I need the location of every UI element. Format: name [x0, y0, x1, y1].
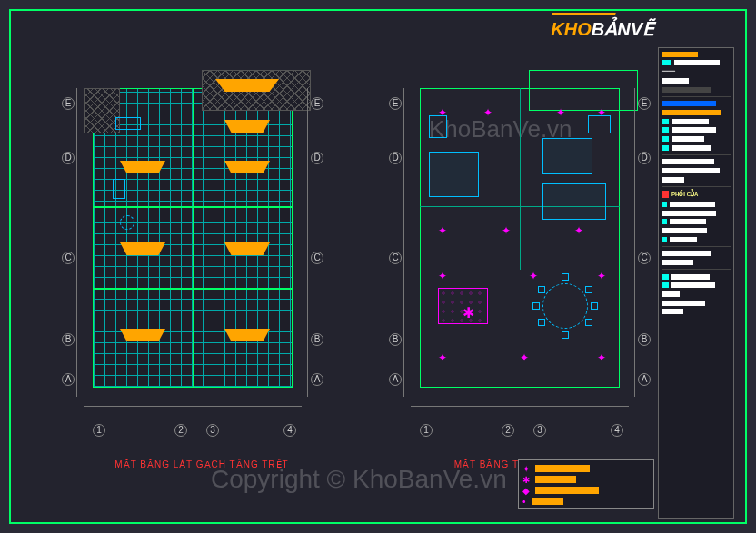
legend-box: ✦ ✱ ◆ • — [518, 459, 654, 509]
wall-v1 — [193, 88, 194, 388]
room-tag — [224, 161, 270, 173]
room-tag — [224, 120, 270, 133]
grid-col-4: 4 — [611, 424, 623, 437]
grid-row-a: A — [389, 373, 402, 386]
light-icon: ✦ — [438, 224, 447, 237]
grid-col-2: 2 — [502, 424, 514, 437]
wall-v — [520, 88, 521, 270]
grid-row-d: D — [389, 152, 402, 164]
legend-bar — [535, 476, 576, 483]
fixture — [113, 179, 125, 199]
grid-row-e: E — [62, 97, 75, 110]
grid-col-3: 3 — [533, 424, 546, 437]
grid-row-a-r: A — [311, 373, 323, 386]
dim-line-v — [307, 88, 308, 397]
dining-table — [542, 283, 588, 329]
light-icon: ✦ — [438, 270, 447, 282]
light-icon: ✦ — [529, 270, 538, 282]
room-tag — [120, 161, 165, 173]
wc-fixture — [120, 215, 134, 230]
bed — [429, 152, 479, 197]
grid-col-1: 1 — [93, 424, 105, 437]
grid-row-c-r: C — [311, 252, 323, 264]
plan-right: ✦ ✦ ✦ ✦ ✦ ✦ ✦ ✦ ✦ ✦ ✦ ✦ ✦ ✱ A B C D E A … — [393, 61, 665, 424]
dim-line — [84, 406, 302, 407]
grid-row-c: C — [389, 252, 402, 264]
title-block-panel: ━━━━━ PHỐI CỦA — [658, 47, 734, 519]
dim-line-v — [403, 88, 404, 397]
legend-bar — [535, 487, 599, 494]
light-icon: ✦ — [556, 106, 565, 119]
hatch-block-left — [84, 88, 120, 133]
grid-row-e: E — [389, 97, 402, 110]
room-tag — [120, 329, 165, 341]
light-icon: ✦ — [438, 351, 447, 364]
drawing-frame: KHOBẢNVẼ KhoBanVe.vn Copyright © KhoBanV… — [9, 9, 747, 524]
room-tag — [224, 242, 270, 255]
grid-col-3: 3 — [206, 424, 219, 437]
logo-text-2: BẢNVẼ — [592, 19, 654, 39]
legend-bar — [535, 465, 590, 472]
brand-logo: KHOBẢNVẼ — [551, 18, 654, 40]
dim-line-v — [76, 88, 77, 397]
grid-row-c-r: C — [638, 252, 651, 264]
grid-row-b: B — [389, 333, 402, 346]
grid-row-d-r: D — [311, 152, 323, 164]
dim-line-v — [634, 88, 635, 397]
light-center-icon: ✱ — [463, 304, 474, 321]
light-icon: ✦ — [574, 224, 583, 237]
legend-bar — [532, 498, 563, 505]
light-icon: ✦ — [597, 351, 606, 364]
plan-left: A B C D E A B C D E 1 2 3 4 MẶT BẰNG LÁT… — [65, 61, 338, 424]
grid-col-1: 1 — [420, 424, 433, 437]
panel-section-label: PHỐI CỦA — [671, 192, 698, 197]
grid-row-c: C — [62, 252, 75, 264]
light-icon: ✦ — [597, 270, 606, 282]
grid-row-d: D — [62, 152, 75, 164]
wall-outline-top — [529, 70, 638, 111]
grid-row-b: B — [62, 333, 75, 346]
bed — [542, 138, 592, 174]
room-tag — [215, 79, 279, 92]
logo-text-1: KHO — [551, 19, 591, 39]
light-icon: ✦ — [520, 351, 529, 364]
bed — [542, 183, 606, 220]
light-icon: ✦ — [483, 106, 492, 119]
grid-row-b-r: B — [311, 333, 323, 346]
light-icon: ✦ — [438, 106, 447, 119]
room-tag — [224, 329, 270, 341]
grid-row-a-r: A — [638, 373, 651, 386]
fixture — [115, 117, 141, 130]
grid-row-e-r: E — [311, 97, 323, 110]
grid-col-2: 2 — [174, 424, 187, 437]
light-icon: ✦ — [502, 224, 511, 237]
grid-row-b-r: B — [638, 333, 651, 346]
grid-row-d-r: D — [638, 152, 651, 164]
plan-left-title: MẶT BẰNG LÁT GẠCH TẦNG TRỆT — [114, 459, 288, 469]
grid-row-e-r: E — [638, 97, 651, 110]
grid-row-a: A — [62, 373, 75, 386]
dim-line — [411, 406, 629, 407]
room-tag — [120, 242, 165, 255]
light-icon: ✦ — [597, 106, 606, 119]
grid-col-4: 4 — [284, 424, 296, 437]
